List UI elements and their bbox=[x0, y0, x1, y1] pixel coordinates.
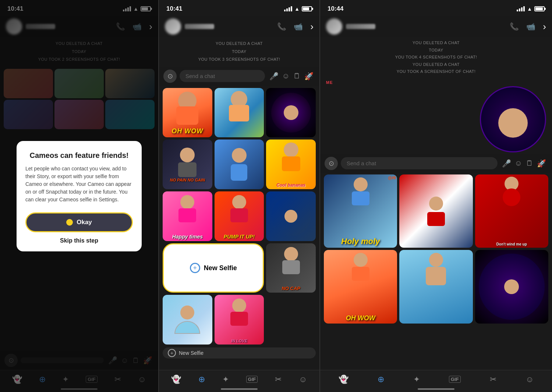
sticker-pumpitup[interactable]: PUMP IT UP! bbox=[215, 191, 264, 241]
middle-gif-label[interactable]: GIF bbox=[246, 376, 258, 383]
small-plus-icon: + bbox=[168, 349, 176, 357]
new-selfie-button[interactable]: + New Selfie bbox=[163, 243, 264, 293]
right-mic-icon[interactable]: 🎤 bbox=[502, 159, 511, 168]
okay-button[interactable]: Okay bbox=[25, 212, 133, 232]
wind-label: Don't wind me up bbox=[475, 242, 548, 246]
middle-time: 10:41 bbox=[166, 5, 182, 13]
right-sticker-ohwow2[interactable]: OH WOW bbox=[324, 250, 397, 323]
right-ghost-icon[interactable]: 👻 bbox=[339, 375, 348, 384]
right-bottom-bar: ⊙ Send a chat 🎤 ☺ 🗒 🚀 bbox=[320, 154, 552, 173]
middle-mic-icon[interactable]: 🎤 bbox=[269, 72, 279, 81]
psg-head bbox=[284, 210, 297, 223]
right-rocket-icon[interactable]: 🚀 bbox=[537, 159, 546, 168]
right-video-icon[interactable]: 📹 bbox=[526, 22, 535, 31]
sticker-coolbananas[interactable]: Cool bananas bbox=[266, 140, 316, 189]
modal-overlay: Cameos can feature friends! Let people w… bbox=[0, 0, 158, 392]
neon2-circle bbox=[479, 254, 545, 319]
beach2-body bbox=[426, 267, 446, 285]
inlove-label: IN LOVE bbox=[215, 339, 264, 343]
right-signal-icon bbox=[517, 6, 525, 11]
middle-scissors-icon[interactable]: ✂ bbox=[275, 375, 282, 384]
happy-label: Happy times bbox=[163, 234, 212, 240]
middle-rocket-icon[interactable]: 🚀 bbox=[304, 72, 314, 81]
new-selfie-small-row[interactable]: + New Selfie bbox=[163, 347, 316, 359]
me-person-head bbox=[498, 108, 528, 138]
sticker-nocap[interactable]: NO CAP bbox=[266, 243, 316, 293]
middle-phone-icon[interactable]: 📞 bbox=[277, 22, 286, 31]
right-nav-icons: 📞 📹 › bbox=[510, 21, 546, 32]
right-sticker-neon2[interactable] bbox=[475, 250, 548, 323]
right-chevron-icon[interactable]: › bbox=[543, 21, 546, 32]
hash-label: @#9 bbox=[388, 176, 396, 180]
middle-camera-btn[interactable]: ⊙ bbox=[163, 70, 177, 83]
right-smile-icon[interactable]: ☺ bbox=[526, 375, 534, 384]
middle-video-icon[interactable]: 📹 bbox=[294, 22, 303, 31]
nocap-body bbox=[282, 260, 300, 274]
okay-dot bbox=[66, 219, 73, 226]
middle-emoji-icon[interactable]: ☺ bbox=[282, 72, 290, 80]
nocap-head bbox=[284, 247, 298, 261]
right-sticker-icon[interactable]: 🗒 bbox=[526, 159, 533, 167]
sticker-dome[interactable] bbox=[163, 295, 212, 345]
right-sys3: YOU TOOK 4 SCREENSHOTS OF CHAT! bbox=[326, 54, 546, 61]
modal-body: Let people who can contact you view, add… bbox=[25, 165, 133, 204]
middle-input-icons: 🎤 ☺ 🗒 🚀 bbox=[268, 72, 315, 81]
sticker-nopain[interactable]: NO PAIN NO GAIN bbox=[163, 140, 212, 189]
right-emoji-icon[interactable]: ☺ bbox=[515, 159, 522, 167]
right-camera-btn[interactable]: ⊙ bbox=[325, 157, 338, 170]
sticker-neon[interactable] bbox=[266, 88, 316, 138]
right-sys5: YOU TOOK A SCREENSHOT OF CHAT! bbox=[326, 68, 546, 75]
neon-circle bbox=[271, 93, 311, 133]
right-sticker-flag[interactable] bbox=[399, 174, 473, 248]
wind-body bbox=[503, 188, 520, 206]
middle-chevron-icon[interactable]: › bbox=[310, 21, 314, 32]
middle-avatar bbox=[165, 18, 181, 35]
right-scissors-icon[interactable]: ✂ bbox=[490, 375, 496, 384]
middle-sticker-icon[interactable]: 🗒 bbox=[293, 72, 301, 80]
ohwow2-body bbox=[352, 267, 369, 281]
middle-status-bar: 10:41 ▲ bbox=[159, 0, 319, 16]
right-chat-input[interactable]: Send a chat bbox=[341, 157, 498, 169]
right-panel: 10:44 ▲ 📞 📹 › YOU DELETED A CHAT bbox=[320, 0, 552, 392]
dome-body bbox=[174, 321, 200, 334]
right-sticker-beach2[interactable] bbox=[399, 250, 473, 323]
middle-chat-input[interactable]: Send a chat bbox=[180, 70, 265, 82]
middle-smile-icon[interactable]: ☺ bbox=[299, 375, 307, 384]
middle-nav-icons: 📞 📹 › bbox=[277, 21, 314, 32]
neon2-head bbox=[504, 279, 519, 294]
right-cameo-icon[interactable]: ⊕ bbox=[378, 375, 384, 384]
middle-ghost-icon[interactable]: 👻 bbox=[171, 375, 181, 384]
holy-body bbox=[352, 191, 369, 205]
sticker-happytimes[interactable]: Happy times bbox=[163, 191, 212, 241]
holy-head bbox=[354, 177, 368, 191]
right-gif-label[interactable]: GIF bbox=[449, 376, 461, 383]
right-input-icons: 🎤 ☺ 🗒 🚀 bbox=[500, 159, 548, 168]
middle-signal-icon bbox=[284, 6, 292, 11]
nocap-label: NO CAP bbox=[266, 286, 316, 291]
nopain-head bbox=[180, 148, 195, 162]
right-sticker-holymoly[interactable]: @#9 Holy moly bbox=[324, 174, 397, 248]
sticker-toilet[interactable] bbox=[215, 140, 264, 189]
new-selfie-plus-icon: + bbox=[190, 263, 200, 273]
inlove-body bbox=[230, 312, 248, 326]
skip-button[interactable]: Skip this step bbox=[25, 237, 133, 244]
pump-head bbox=[232, 195, 246, 209]
middle-star-icon[interactable]: ✦ bbox=[222, 375, 229, 384]
right-phone-icon[interactable]: 📞 bbox=[510, 22, 519, 31]
middle-name-blurred bbox=[185, 24, 214, 29]
holy-label: Holy moly bbox=[324, 237, 397, 246]
sticker-ohwow[interactable]: OH WOW bbox=[163, 88, 212, 138]
right-placeholder: Send a chat bbox=[347, 160, 376, 166]
modal-title: Cameos can feature friends! bbox=[25, 151, 133, 160]
small-new-selfie-label: New Selfie bbox=[179, 350, 204, 356]
right-sticker-grid: @#9 Holy moly Don't wind me up OH WOW bbox=[320, 173, 552, 325]
pump-body bbox=[230, 208, 248, 222]
right-sticker-wind[interactable]: Don't wind me up bbox=[475, 174, 548, 248]
right-star-icon[interactable]: ✦ bbox=[413, 375, 420, 384]
middle-cameo-icon[interactable]: ⊕ bbox=[198, 375, 205, 384]
right-top-nav: 📞 📹 › bbox=[320, 16, 552, 37]
sticker-psg[interactable] bbox=[266, 191, 316, 241]
new-selfie-label: New Selfie bbox=[204, 264, 237, 272]
sticker-inlove[interactable]: IN LOVE bbox=[215, 295, 264, 345]
sticker-beach[interactable] bbox=[215, 88, 264, 138]
